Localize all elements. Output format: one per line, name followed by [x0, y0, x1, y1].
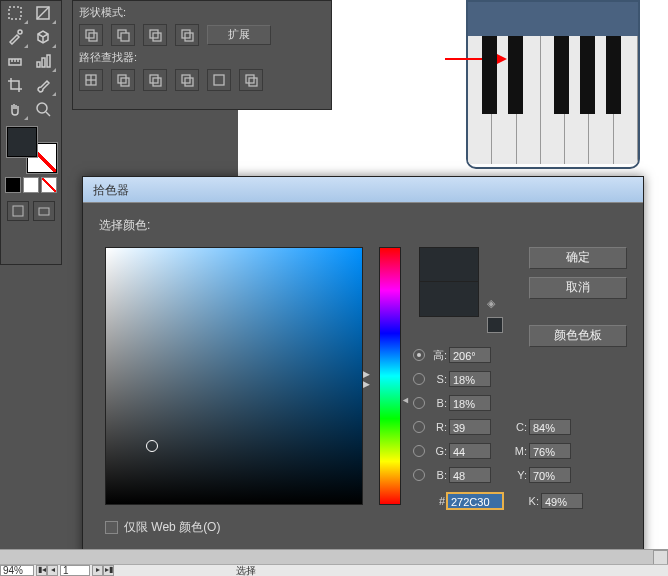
web-only-checkbox[interactable] — [105, 521, 118, 534]
saturation-value-field[interactable] — [105, 247, 363, 505]
pf-merge-icon[interactable] — [143, 69, 167, 91]
pf-divide-icon[interactable] — [79, 69, 103, 91]
svg-rect-8 — [37, 62, 40, 67]
new-color-swatch — [419, 247, 479, 283]
m-field[interactable]: 76% — [529, 443, 571, 459]
page-prev-icon[interactable]: ◂ — [47, 565, 58, 576]
tool-chart[interactable] — [29, 49, 57, 73]
r-radio[interactable] — [413, 421, 425, 433]
mode-none[interactable] — [41, 177, 57, 193]
svg-rect-26 — [118, 75, 126, 83]
svg-line-12 — [46, 112, 50, 116]
s-radio[interactable] — [413, 373, 425, 385]
b-radio[interactable] — [413, 397, 425, 409]
pathfinder-panel: 形状模式: 扩展 路径查找器: — [72, 0, 332, 110]
pf-minusback-icon[interactable] — [239, 69, 263, 91]
y-field[interactable]: 70% — [529, 467, 571, 483]
tool-ruler[interactable] — [1, 49, 29, 73]
brgb-label: B: — [429, 469, 447, 481]
hex-field[interactable]: 272C30 — [447, 493, 503, 509]
piano-illustration — [466, 0, 640, 169]
k-label: K: — [521, 495, 539, 507]
ok-button[interactable]: 确定 — [529, 247, 627, 269]
page-last-icon[interactable]: ▸▮ — [103, 565, 114, 576]
screenmode-icon[interactable] — [33, 201, 55, 221]
mode-fill[interactable] — [5, 177, 21, 193]
h-label: 高: — [429, 348, 447, 363]
tool-brush[interactable] — [29, 73, 57, 97]
quickmask-icon[interactable] — [7, 201, 29, 221]
svg-rect-20 — [153, 33, 161, 41]
pf-crop-icon[interactable] — [175, 69, 199, 91]
svg-rect-14 — [39, 208, 49, 215]
g-label: G: — [429, 445, 447, 457]
pathfinder-label: 路径查找器: — [79, 50, 325, 65]
brgb-field[interactable]: 48 — [449, 467, 491, 483]
bhsb-field[interactable]: 18% — [449, 395, 491, 411]
tool-gradient[interactable] — [29, 1, 57, 25]
g-radio[interactable] — [413, 445, 425, 457]
h-field[interactable]: 206° — [449, 347, 491, 363]
s-field[interactable]: 18% — [449, 371, 491, 387]
shape-minus-icon[interactable] — [111, 24, 135, 46]
svg-rect-19 — [150, 30, 158, 38]
y-label: Y: — [509, 469, 527, 481]
color-swatches[interactable] — [7, 127, 57, 173]
zoom-field[interactable]: 94% — [0, 565, 34, 576]
shape-intersect-icon[interactable] — [143, 24, 167, 46]
web-only-label: 仅限 Web 颜色(O) — [124, 519, 220, 536]
cancel-button[interactable]: 取消 — [529, 277, 627, 299]
svg-rect-9 — [42, 58, 45, 67]
c-field[interactable]: 84% — [529, 419, 571, 435]
pf-outline-icon[interactable] — [207, 69, 231, 91]
hex-label: # — [427, 495, 445, 507]
hue-slider[interactable] — [379, 247, 401, 505]
tool-rect-select[interactable] — [1, 1, 29, 25]
svg-rect-18 — [121, 33, 129, 41]
tool-crop[interactable] — [1, 73, 29, 97]
r-label: R: — [429, 421, 447, 433]
svg-rect-29 — [153, 78, 161, 86]
svg-rect-21 — [182, 30, 190, 38]
h-radio[interactable] — [413, 349, 425, 361]
svg-rect-28 — [150, 75, 158, 83]
mode-label: 选择 — [236, 564, 256, 577]
svg-point-3 — [18, 30, 22, 34]
page-next-icon[interactable]: ▸ — [92, 565, 103, 576]
shape-exclude-icon[interactable] — [175, 24, 199, 46]
svg-rect-30 — [182, 75, 190, 83]
svg-rect-32 — [214, 75, 224, 85]
tool-3d[interactable] — [29, 25, 57, 49]
svg-rect-13 — [13, 206, 23, 216]
r-field[interactable]: 39 — [449, 419, 491, 435]
pf-trim-icon[interactable] — [111, 69, 135, 91]
svg-rect-16 — [89, 33, 97, 41]
toolbox — [0, 0, 62, 265]
svg-rect-0 — [9, 7, 21, 19]
status-bar: 94% ▮◂ ◂ 1 ▸ ▸▮ 选择 — [0, 564, 668, 576]
shape-unite-icon[interactable] — [79, 24, 103, 46]
svg-rect-33 — [246, 75, 254, 83]
color-picker-dialog: 拾色器 选择颜色: ▶▶ ◈ 确定 取消 颜色色板 高: 206° S — [82, 176, 644, 556]
tool-zoom[interactable] — [29, 97, 57, 121]
svg-line-2 — [37, 7, 49, 19]
g-field[interactable]: 44 — [449, 443, 491, 459]
page-field[interactable]: 1 — [60, 565, 90, 576]
k-field[interactable]: 49% — [541, 493, 583, 509]
foreground-color[interactable] — [7, 127, 37, 157]
c-label: C: — [509, 421, 527, 433]
tool-hand[interactable] — [1, 97, 29, 121]
h-scrollbar[interactable]: ▸ — [0, 549, 668, 565]
current-color-swatch[interactable] — [419, 281, 479, 317]
svg-rect-34 — [249, 78, 257, 86]
scroll-right-icon[interactable]: ▸ — [653, 550, 668, 565]
websafe-swatch[interactable] — [487, 317, 503, 333]
page-first-icon[interactable]: ▮◂ — [36, 565, 47, 576]
brgb-radio[interactable] — [413, 469, 425, 481]
mode-stroke[interactable] — [23, 177, 39, 193]
svg-point-11 — [37, 103, 47, 113]
svg-rect-22 — [185, 33, 193, 41]
select-color-label: 选择颜色: — [99, 217, 627, 234]
expand-button[interactable]: 扩展 — [207, 25, 271, 45]
tool-eyedropper[interactable] — [1, 25, 29, 49]
